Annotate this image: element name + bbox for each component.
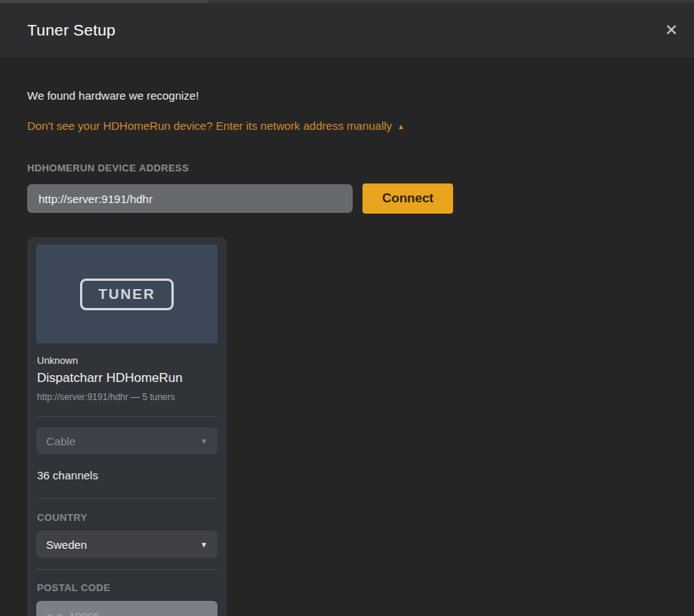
country-select[interactable]: Sweden ▼ xyxy=(36,531,217,558)
source-select-value: Cable xyxy=(46,435,76,448)
channel-count: 36 channels xyxy=(36,469,217,482)
modal-body: We found hardware we recognize! Don't se… xyxy=(0,57,694,616)
country-label: COUNTRY xyxy=(36,512,217,523)
divider xyxy=(36,498,217,499)
tuner-device-image: TUNER xyxy=(36,245,217,343)
chevron-down-icon: ▼ xyxy=(200,541,208,549)
intro-text: We found hardware we recognize! xyxy=(27,89,694,102)
device-card: TUNER Unknown Dispatcharr HDHomeRun http… xyxy=(27,237,227,616)
postal-code-input[interactable] xyxy=(36,601,217,616)
divider xyxy=(36,416,217,417)
source-select[interactable]: Cable ▼ xyxy=(36,427,217,454)
device-status: Unknown xyxy=(36,355,217,366)
device-address-label: HDHOMERUN DEVICE ADDRESS xyxy=(27,162,694,174)
chevron-down-icon: ▼ xyxy=(200,437,208,445)
divider xyxy=(36,569,217,570)
device-address-row: Connect xyxy=(27,183,694,214)
collapse-up-icon: ▲ xyxy=(397,123,405,131)
manual-address-link-label: Don't see your HDHomeRun device? Enter i… xyxy=(27,119,392,132)
country-select-value: Sweden xyxy=(46,538,87,551)
page-title: Tuner Setup xyxy=(27,21,116,39)
device-meta: http://server:9191/hdhr — 5 tuners xyxy=(36,392,217,402)
device-address-input[interactable] xyxy=(27,184,353,213)
close-icon[interactable]: ✕ xyxy=(658,17,685,44)
modal-header: Tuner Setup ✕ xyxy=(0,3,694,57)
postal-code-label: POSTAL CODE xyxy=(36,582,217,593)
tuner-badge: TUNER xyxy=(80,279,173,310)
device-name: Dispatcharr HDHomeRun xyxy=(36,371,217,386)
connect-button[interactable]: Connect xyxy=(362,183,453,214)
manual-address-link[interactable]: Don't see your HDHomeRun device? Enter i… xyxy=(27,119,405,132)
